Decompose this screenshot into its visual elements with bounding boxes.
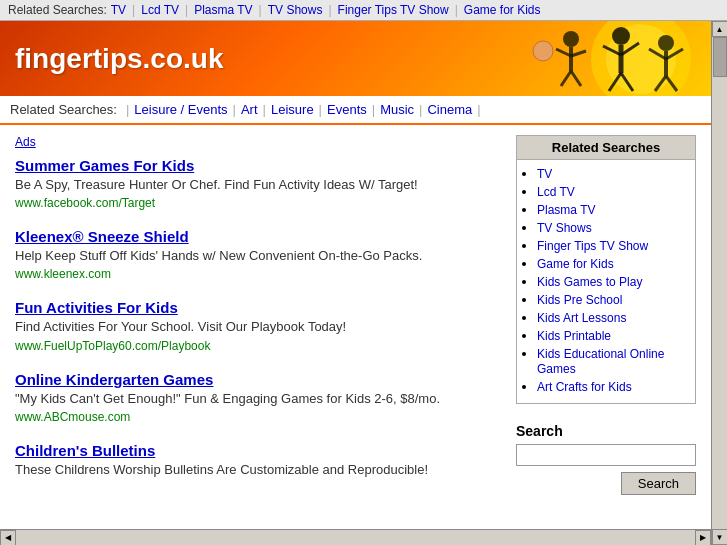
related-item-2: Plasma TV [537, 202, 687, 217]
svg-line-6 [561, 71, 571, 86]
scroll-track[interactable] [712, 37, 727, 529]
related-item-6: Kids Games to Play [537, 274, 687, 289]
search-section: Search Search [516, 419, 696, 476]
nav-link-cinema[interactable]: Cinema [427, 102, 472, 117]
svg-line-5 [571, 51, 586, 56]
related-link-10[interactable]: Kids Educational Online Games [537, 347, 664, 376]
related-link-8[interactable]: Kids Art Lessons [537, 311, 626, 325]
nav-bar: Related Searches: | Leisure / Events | A… [0, 96, 711, 125]
related-item-5: Game for Kids [537, 256, 687, 271]
top-bar: Related Searches: TV | Lcd TV | Plasma T… [0, 0, 727, 21]
nav-link-music[interactable]: Music [380, 102, 414, 117]
ads-label: Ads [15, 135, 501, 149]
search-input[interactable] [516, 444, 696, 466]
ad-title-5[interactable]: Children's Bulletins [15, 442, 501, 459]
topbar-sep-2: | [185, 3, 188, 17]
related-item-0: TV [537, 166, 687, 181]
related-link-1[interactable]: Lcd TV [537, 185, 575, 199]
ad-title-3[interactable]: Fun Activities For Kids [15, 299, 501, 316]
banner-silhouette [491, 21, 711, 96]
topbar-label: Related Searches: [8, 3, 107, 17]
related-item-7: Kids Pre School [537, 292, 687, 307]
related-item-8: Kids Art Lessons [537, 310, 687, 325]
topbar-link-fingertips[interactable]: Finger Tips TV Show [338, 3, 449, 17]
ad-url-3[interactable]: www.FuelUpToPlay60.com/Playbook [15, 339, 501, 353]
ad-url-2[interactable]: www.kleenex.com [15, 267, 501, 281]
hscroll-track[interactable] [16, 530, 695, 546]
topbar-link-gameforkids[interactable]: Game for Kids [464, 3, 541, 17]
ad-item-5: Children's Bulletins These Childrens Wor… [15, 442, 501, 479]
topbar-link-lcdtv[interactable]: Lcd TV [141, 3, 179, 17]
ad-title-2[interactable]: Kleenex® Sneeze Shield [15, 228, 501, 245]
topbar-link-tv[interactable]: TV [111, 3, 126, 17]
hscroll-right-btn[interactable]: ▶ [695, 530, 711, 546]
related-item-11: Art Crafts for Kids [537, 379, 687, 394]
nav-link-art[interactable]: Art [241, 102, 258, 117]
main-area: Ads Summer Games For Kids Be A Spy, Trea… [0, 125, 711, 529]
header-banner: fingertips.co.uk [0, 21, 711, 96]
related-item-4: Finger Tips TV Show [537, 238, 687, 253]
site-title: fingertips.co.uk [0, 43, 238, 75]
nav-link-events[interactable]: Events [327, 102, 367, 117]
browser-area: fingertips.co.uk [0, 21, 727, 545]
ad-item-1: Summer Games For Kids Be A Spy, Treasure… [15, 157, 501, 210]
related-link-3[interactable]: TV Shows [537, 221, 592, 235]
ad-url-1[interactable]: www.facebook.com/Target [15, 196, 501, 210]
scroll-thumb[interactable] [713, 37, 727, 77]
svg-line-4 [556, 49, 571, 56]
ad-desc-3: Find Activities For Your School. Visit O… [15, 318, 501, 336]
related-item-10: Kids Educational Online Games [537, 346, 687, 376]
related-link-2[interactable]: Plasma TV [537, 203, 595, 217]
ad-desc-5: These Childrens Worship Bulletins Are Cu… [15, 461, 501, 479]
topbar-link-tvshows[interactable]: TV Shows [268, 3, 323, 17]
ad-title-1[interactable]: Summer Games For Kids [15, 157, 501, 174]
related-link-11[interactable]: Art Crafts for Kids [537, 380, 632, 394]
search-label: Search [516, 423, 696, 439]
ad-url-4[interactable]: www.ABCmouse.com [15, 410, 501, 424]
related-link-6[interactable]: Kids Games to Play [537, 275, 642, 289]
nav-link-leisure-events[interactable]: Leisure / Events [134, 102, 227, 117]
svg-point-14 [658, 35, 674, 51]
related-link-4[interactable]: Finger Tips TV Show [537, 239, 648, 253]
ad-desc-1: Be A Spy, Treasure Hunter Or Chef. Find … [15, 176, 501, 194]
related-box-list: TV Lcd TV Plasma TV TV Shows Finger Tips… [517, 160, 695, 403]
related-item-9: Kids Printable [537, 328, 687, 343]
ad-item-3: Fun Activities For Kids Find Activities … [15, 299, 501, 352]
related-box-title: Related Searches [517, 136, 695, 160]
bottom-scrollbar: ◀ ▶ [0, 529, 711, 545]
left-content: Ads Summer Games For Kids Be A Spy, Trea… [15, 135, 501, 519]
svg-line-7 [571, 71, 581, 86]
related-link-9[interactable]: Kids Printable [537, 329, 611, 343]
svg-point-2 [563, 31, 579, 47]
ad-item-4: Online Kindergarten Games "My Kids Can't… [15, 371, 501, 424]
ad-desc-2: Help Keep Stuff Off Kids' Hands w/ New C… [15, 247, 501, 265]
scroll-up-btn[interactable]: ▲ [712, 21, 728, 37]
related-link-0[interactable]: TV [537, 167, 552, 181]
svg-point-8 [612, 27, 630, 45]
related-item-1: Lcd TV [537, 184, 687, 199]
nav-link-leisure[interactable]: Leisure [271, 102, 314, 117]
scroll-down-btn[interactable]: ▼ [712, 529, 728, 545]
topbar-sep-4: | [328, 3, 331, 17]
topbar-sep-1: | [132, 3, 135, 17]
topbar-link-plasmatv[interactable]: Plasma TV [194, 3, 252, 17]
ad-desc-4: "My Kids Can't Get Enough!" Fun & Engagi… [15, 390, 501, 408]
scrollbar-right: ▲ ▼ [711, 21, 727, 545]
topbar-sep-5: | [455, 3, 458, 17]
related-link-7[interactable]: Kids Pre School [537, 293, 622, 307]
page-content: fingertips.co.uk [0, 21, 711, 545]
related-item-3: TV Shows [537, 220, 687, 235]
ad-item-2: Kleenex® Sneeze Shield Help Keep Stuff O… [15, 228, 501, 281]
right-sidebar: Related Searches TV Lcd TV Plasma TV TV … [516, 135, 696, 519]
hscroll-left-btn[interactable]: ◀ [0, 530, 16, 546]
ad-title-4[interactable]: Online Kindergarten Games [15, 371, 501, 388]
search-button[interactable]: Search [621, 472, 696, 495]
related-link-5[interactable]: Game for Kids [537, 257, 614, 271]
nav-label: Related Searches: [10, 102, 117, 117]
topbar-sep-3: | [259, 3, 262, 17]
related-box: Related Searches TV Lcd TV Plasma TV TV … [516, 135, 696, 404]
